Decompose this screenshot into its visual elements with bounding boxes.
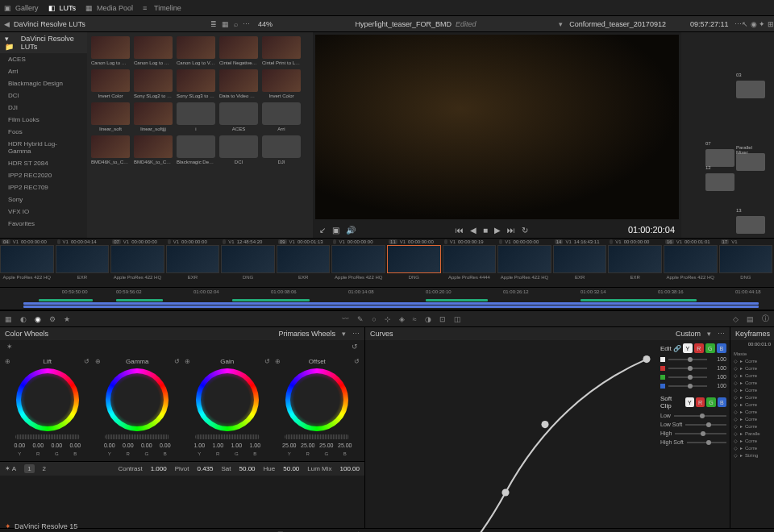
keyframe-row[interactable]: ◇▸Sizing [734, 452, 771, 458]
tracker-icon[interactable]: ⊹ [385, 315, 391, 323]
ch-r[interactable]: R [694, 343, 704, 353]
jog-gain[interactable] [195, 434, 260, 439]
lummix-value[interactable]: 100.00 [340, 465, 360, 472]
sizing-icon[interactable]: ⊡ [439, 315, 446, 323]
clip-thumb[interactable]: 11V100:00:00:00DNG [387, 239, 441, 287]
viewer-options-icon[interactable]: ⋯ [734, 20, 742, 28]
clip-thumb[interactable]: V100:00:00:00Apple ProRes 422 HQ [331, 239, 385, 287]
keyframe-row[interactable]: ◇▸Corre [734, 409, 771, 414]
lut-item[interactable]: BMD46K_to_Comet... [134, 135, 173, 164]
link-icon[interactable]: 🔗 [673, 345, 681, 352]
jog-lift[interactable] [15, 434, 80, 439]
curve-editor[interactable] [370, 345, 652, 532]
ch-g[interactable]: G [705, 343, 715, 353]
clip-thumb[interactable]: 09V100:00:01:13EXR [277, 239, 331, 287]
sat-value[interactable]: 50.00 [239, 465, 256, 472]
curves-options-icon[interactable]: ⋯ [718, 330, 725, 338]
wheel-icon[interactable]: ◉ [35, 315, 41, 323]
keyframe-row[interactable]: ◇▸Corre [734, 387, 771, 393]
lut-item[interactable]: Data to Video with Clip [219, 69, 258, 98]
lut-item[interactable]: Invert Color [91, 69, 130, 98]
lut-item[interactable]: Arri [262, 102, 301, 131]
pivot-value[interactable]: 0.435 [198, 465, 214, 472]
lut-item[interactable]: linear_softjjj [134, 102, 173, 131]
sidebar-item[interactable]: HDR Hybrid Log-Gamma [0, 138, 87, 157]
lut-item[interactable]: i [177, 102, 215, 131]
window-icon[interactable]: ○ [372, 315, 376, 323]
curves-tool-icon[interactable]: 〰 [342, 315, 349, 323]
wb-picker-icon[interactable]: ✶ [6, 343, 13, 351]
fx-icon[interactable]: ✦ [759, 20, 765, 28]
key-icon[interactable]: ◑ [425, 315, 431, 323]
loop-icon[interactable]: ↻ [522, 226, 528, 235]
keyframe-panel-icon[interactable]: ◇ [733, 315, 739, 323]
clip-thumb[interactable]: 17V1DNG [719, 239, 773, 287]
sidebar-item[interactable]: Blackmagic Design [0, 77, 87, 89]
lut-item[interactable]: Canon Log to Rec709 [134, 36, 173, 65]
clip-thumb[interactable]: V100:00:00:00Apple ProRes 422 HQ [497, 239, 551, 287]
view-grid-icon[interactable]: ▦ [222, 20, 229, 28]
sc-r[interactable]: R [696, 397, 705, 407]
kf-master[interactable]: Maste [734, 351, 747, 356]
blur-icon[interactable]: ≈ [413, 315, 417, 323]
lut-item[interactable]: DCI [219, 135, 258, 164]
sc-y[interactable]: Y [685, 397, 694, 407]
sidebar-item[interactable]: Sony [0, 193, 87, 206]
slider-low[interactable] [674, 415, 726, 417]
keyframe-row[interactable]: ◇▸Corre [734, 358, 771, 364]
contrast-value[interactable]: 1.000 [151, 465, 167, 472]
keyframe-row[interactable]: ◇▸Paralle [734, 430, 771, 436]
crop-icon[interactable]: ▣ [332, 226, 339, 235]
scope-icon[interactable]: ▤ [747, 315, 754, 323]
color-match-icon[interactable]: ◐ [20, 315, 27, 323]
lut-item[interactable]: Cintel Print to Linear [262, 36, 301, 65]
mark-in-icon[interactable]: ↙ [319, 226, 326, 235]
sidebar-item[interactable]: ACES [0, 53, 87, 65]
clip-thumb[interactable]: 04V100:00:00:00Apple ProRes 422 HQ [0, 239, 54, 287]
tab-luts[interactable]: ◧LUTs [48, 4, 77, 12]
lut-item[interactable]: Invert Color [262, 69, 301, 98]
node[interactable]: Parallel Mixer [736, 153, 765, 171]
keyframe-row[interactable]: ◇▸Corre [734, 365, 771, 371]
sidebar-item[interactable]: IPP2 REC2020 [0, 169, 87, 181]
ch-y[interactable]: Y [683, 343, 693, 353]
lut-item[interactable]: Sony SLog3 to Rec709 [177, 69, 215, 98]
zoom-value[interactable]: 44% [258, 20, 273, 28]
lut-item[interactable]: linear_soft [91, 102, 130, 131]
node-1[interactable]: 1 [24, 464, 34, 473]
lut-item[interactable]: ACES [219, 102, 258, 131]
node-2[interactable]: 2 [43, 465, 46, 472]
jog-offset[interactable] [285, 434, 349, 439]
lut-item[interactable]: Cintel Negative to Lin... [219, 36, 258, 65]
slider-g[interactable] [668, 376, 707, 378]
keyframe-row[interactable]: ◇▸Corre [734, 416, 771, 422]
search-icon[interactable]: ⌕ [234, 20, 238, 28]
keyframe-row[interactable]: ◇▸Corre [734, 380, 771, 385]
tab-gallery[interactable]: ▣Gallery [4, 4, 39, 12]
keyframe-row[interactable]: ◇▸Corre [734, 372, 771, 378]
clip-thumb[interactable]: V100:00:00:00EXR [166, 239, 220, 287]
node[interactable]: 13 [736, 216, 765, 234]
a-toggle[interactable]: ✶ A [5, 465, 16, 472]
view-list-icon[interactable]: ≣ [210, 20, 217, 28]
clip-thumb[interactable]: V100:00:00:19Apple ProRes 4444 [443, 239, 497, 287]
slider-highsoft[interactable] [687, 442, 726, 443]
lut-item[interactable]: Canon Log to Cineon [91, 36, 130, 65]
sc-g[interactable]: G [706, 397, 715, 407]
lut-item[interactable]: DJI [262, 135, 301, 164]
clip-thumb[interactable]: 16V100:00:01:01Apple ProRes 422 HQ [664, 239, 718, 287]
lut-item[interactable]: Canon Log to Video [177, 36, 215, 65]
playlist-icon[interactable]: ▾ [559, 20, 563, 28]
options-icon[interactable]: ⋯ [243, 20, 250, 28]
tab-media-pool[interactable]: ▦Media Pool [85, 4, 133, 12]
sidebar-item[interactable]: Arri [0, 65, 87, 77]
lut-item[interactable]: Sony SLog2 to Rec709 [134, 69, 173, 98]
play-icon[interactable]: ▶ [494, 226, 501, 235]
wheels-options-icon[interactable]: ⋯ [352, 330, 360, 338]
camera-raw-icon[interactable]: ▦ [5, 315, 12, 323]
chevron-down-icon[interactable]: ▾ [342, 330, 346, 338]
node[interactable]: 03 [736, 81, 765, 98]
sidebar-item[interactable]: Favorites [0, 218, 87, 230]
jog-gamma[interactable] [105, 434, 169, 439]
3d-icon[interactable]: ◫ [454, 315, 461, 323]
